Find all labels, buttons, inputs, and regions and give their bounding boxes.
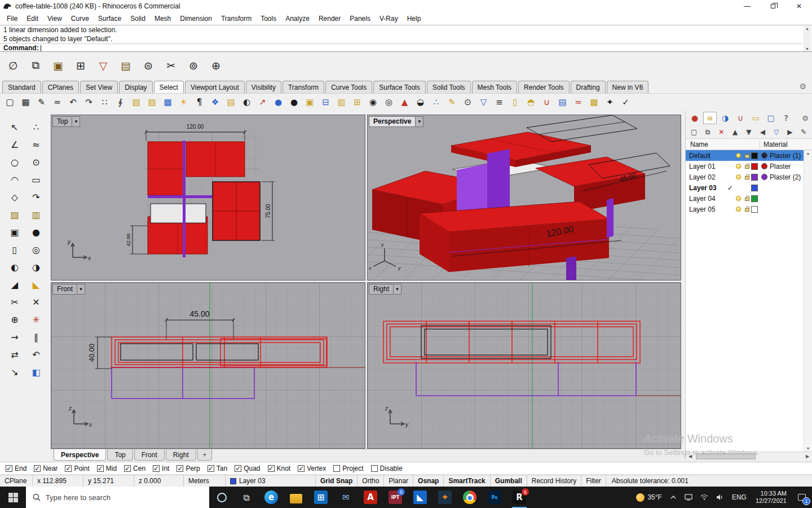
status-tolerance[interactable]: Absolute tolerance: 0.001 xyxy=(606,475,812,487)
point-cloud-icon[interactable]: ∴ xyxy=(429,95,444,110)
checkbox-icon[interactable] xyxy=(153,465,160,472)
sphere-icon[interactable]: ● xyxy=(28,225,44,239)
menu-item[interactable]: Surface xyxy=(94,14,126,24)
menu-item[interactable]: Tools xyxy=(256,14,281,24)
magnet-icon[interactable]: ∪ xyxy=(734,112,747,124)
osnap-toggle[interactable]: Knot xyxy=(268,465,291,472)
viewport-title[interactable]: Top xyxy=(52,116,72,127)
grid-icon[interactable]: ⊞ xyxy=(350,95,365,110)
graphics-app-icon[interactable]: ✦ xyxy=(433,487,457,508)
boolean-icon[interactable]: ◐ xyxy=(239,95,254,110)
toolbar-tab[interactable]: Transform xyxy=(283,81,324,93)
viewport-title[interactable]: Perspective xyxy=(369,116,416,127)
polyline-icon[interactable]: ∠ xyxy=(7,137,23,152)
status-toggle[interactable]: Osnap xyxy=(413,475,444,487)
scale-icon[interactable]: ↘ xyxy=(7,365,23,379)
checkbox-icon[interactable] xyxy=(176,465,183,472)
select-polysurfaces-icon[interactable]: ▨ xyxy=(144,95,160,110)
layer-row[interactable]: Default ✓ Plaster (1) xyxy=(686,150,812,161)
toolbar-tab[interactable]: CPlanes xyxy=(42,81,79,93)
menu-item[interactable]: Help xyxy=(403,14,426,24)
toolbar-tab[interactable]: Render Tools xyxy=(518,81,570,93)
osnap-toggle[interactable]: End xyxy=(6,465,27,472)
delete-layer-icon[interactable]: ✕ xyxy=(716,126,727,138)
start-button[interactable] xyxy=(0,487,26,508)
scroll-left-icon[interactable]: ◀ xyxy=(686,454,695,459)
layer-lock-icon[interactable] xyxy=(743,196,751,201)
leader-icon[interactable]: ↗ xyxy=(255,95,270,110)
layer-visibility-bulb-icon[interactable] xyxy=(734,196,743,201)
select-window-icon[interactable]: ▢ xyxy=(2,95,17,110)
osnap-toggle[interactable]: Disable xyxy=(371,465,403,472)
explode-icon[interactable]: ✳ xyxy=(28,312,44,327)
add-viewport-button[interactable]: + xyxy=(197,449,212,461)
scroll-right-icon[interactable]: ▶ xyxy=(803,454,812,459)
viewport-tab[interactable]: Perspective xyxy=(54,449,106,461)
select-crossing-icon[interactable]: ▦ xyxy=(18,95,33,110)
trim-icon[interactable]: ✂ xyxy=(7,295,23,309)
osnap-toggle[interactable]: Cen xyxy=(124,465,145,472)
status-toggle[interactable]: Filter xyxy=(581,475,606,487)
zoom-icon[interactable]: ⊙ xyxy=(460,95,475,110)
panel-horizontal-scrollbar[interactable]: ◀ ▶ xyxy=(686,452,812,461)
status-cell[interactable]: CPlane xyxy=(0,475,33,487)
scrollbar-thumb[interactable] xyxy=(696,453,756,459)
select-surfaces-icon[interactable]: ▧ xyxy=(129,95,144,110)
status-toggle[interactable]: Record History xyxy=(527,475,581,487)
monitor-icon[interactable]: ▢ xyxy=(764,112,778,124)
viewport-top-canvas[interactable]: 120.00 75.00 xyxy=(51,115,365,280)
toolbar-tab[interactable]: Visibility xyxy=(246,81,281,93)
toolbar-tab[interactable]: Viewport Layout xyxy=(185,81,245,93)
attach-icon[interactable]: ⊚ xyxy=(185,57,202,74)
panel-gear-icon[interactable]: ⚙ xyxy=(802,114,809,122)
select-brush-icon[interactable]: ✎ xyxy=(34,95,49,110)
toolbar-tab[interactable]: Drafting xyxy=(571,81,606,93)
offset-icon[interactable]: ∥ xyxy=(28,330,44,344)
status-cell[interactable]: x 112.895 xyxy=(33,475,83,487)
photos-icon[interactable]: ◣ xyxy=(408,487,433,508)
command-history[interactable]: 1 linear dimension added to selection.5 … xyxy=(0,25,812,43)
checkbox-icon[interactable] xyxy=(298,465,304,472)
task-view-button[interactable]: ⧉ xyxy=(234,492,259,503)
star-icon[interactable]: ✦ xyxy=(602,95,617,110)
viewport-title[interactable]: Right xyxy=(369,284,394,295)
boolean-union-icon[interactable]: ◐ xyxy=(7,260,23,274)
layer-row[interactable]: Layer 02 ✓ Plaster (2) xyxy=(686,172,812,182)
layer-visibility-bulb-icon[interactable] xyxy=(734,164,743,169)
sphere-dark-icon[interactable]: ● xyxy=(286,95,302,110)
circle-icon[interactable]: ○ xyxy=(7,155,23,169)
control-points-icon[interactable]: ∴ xyxy=(28,120,44,134)
move-icon[interactable]: ⇄ xyxy=(7,347,23,362)
polygon-icon[interactable]: ◇ xyxy=(7,190,23,204)
pencil-icon[interactable]: ✎ xyxy=(444,95,460,110)
layer-visibility-bulb-icon[interactable] xyxy=(734,153,743,158)
checkbox-icon[interactable] xyxy=(124,465,131,472)
restore-button[interactable] xyxy=(760,0,786,12)
tube-icon[interactable]: ◎ xyxy=(28,242,44,257)
scrollbar-track[interactable] xyxy=(695,452,803,461)
redo-icon[interactable]: ↷ xyxy=(81,95,96,110)
layer-visibility-bulb-icon[interactable] xyxy=(734,207,743,212)
command-input[interactable]: Command: xyxy=(0,43,802,52)
checkbox-icon[interactable] xyxy=(65,465,72,472)
status-current-layer[interactable]: Layer 03 xyxy=(226,475,316,487)
extend-icon[interactable]: → xyxy=(7,330,23,344)
plane-gold-icon[interactable]: ▥ xyxy=(334,95,349,110)
folder-icon[interactable]: ▭ xyxy=(749,112,762,124)
toolbar-tab[interactable]: Select xyxy=(154,81,184,93)
toolbar-tab[interactable]: Set View xyxy=(80,81,118,93)
cone-icon[interactable]: ▲ xyxy=(397,95,412,110)
fillet-icon[interactable]: ◢ xyxy=(7,277,23,292)
status-cell[interactable]: z 0.000 xyxy=(134,475,184,487)
undo-icon[interactable]: ↶ xyxy=(65,95,81,110)
cortana-button[interactable] xyxy=(209,493,234,502)
magnet-icon[interactable]: ∪ xyxy=(539,95,554,110)
check-icon[interactable]: ✓ xyxy=(618,95,633,110)
rotate-icon[interactable]: ↶ xyxy=(28,347,44,362)
display-icon[interactable]: ◑ xyxy=(718,112,732,124)
ipt-icon[interactable]: IPT 5 xyxy=(383,487,408,508)
menu-item[interactable]: Curve xyxy=(67,14,94,24)
menu-item[interactable]: V-Ray xyxy=(375,14,403,24)
curve-icon[interactable]: ≈ xyxy=(28,137,44,152)
sphere-blue-icon[interactable]: ● xyxy=(271,95,286,110)
